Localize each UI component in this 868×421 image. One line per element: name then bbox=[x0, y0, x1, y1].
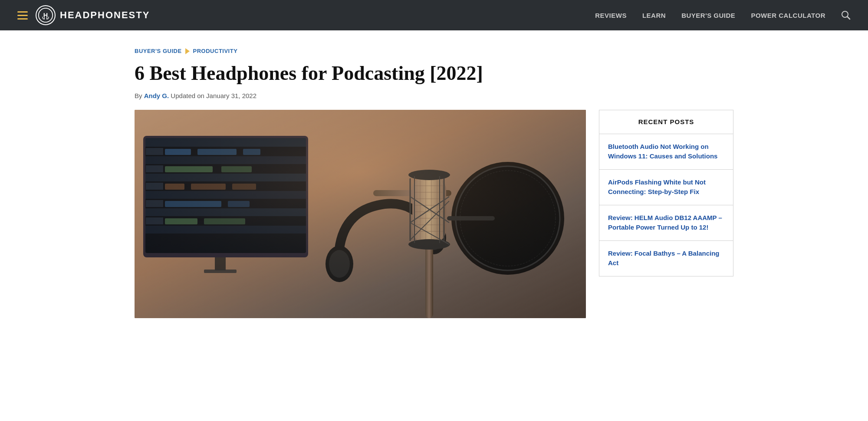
hamburger-menu[interactable] bbox=[17, 11, 28, 20]
nav-learn[interactable]: LEARN bbox=[642, 12, 666, 19]
recent-post-link-2[interactable]: AirPods Flashing White but Not Connectin… bbox=[608, 178, 706, 196]
header-left: H HEADPHONESTY bbox=[17, 5, 150, 25]
recent-post-item-4[interactable]: Review: Focal Bathys – A Balancing Act bbox=[599, 241, 733, 276]
recent-post-item-1[interactable]: Bluetooth Audio Not Working on Windows 1… bbox=[599, 134, 733, 170]
author-prefix: By bbox=[135, 92, 144, 99]
article-title: 6 Best Headphones for Podcasting [2022] bbox=[135, 62, 733, 85]
author-line: By Andy G. Updated on January 31, 2022 bbox=[135, 92, 733, 99]
breadcrumb-current: PRODUCTIVITY bbox=[193, 48, 238, 54]
search-button[interactable] bbox=[841, 10, 851, 20]
logo-text: HEADPHONESTY bbox=[60, 10, 150, 21]
svg-rect-68 bbox=[135, 110, 586, 318]
page-container: BUYER'S GUIDE PRODUCTIVITY 6 Best Headph… bbox=[108, 30, 760, 335]
svg-text:H: H bbox=[43, 12, 48, 19]
author-date: Updated on January 31, 2022 bbox=[169, 92, 256, 99]
recent-post-link-1[interactable]: Bluetooth Audio Not Working on Windows 1… bbox=[608, 143, 717, 160]
search-icon bbox=[841, 10, 851, 20]
content-grid: RECENT POSTS Bluetooth Audio Not Working… bbox=[135, 110, 733, 318]
site-header: H HEADPHONESTY REVIEWS LEARN BUYER'S GUI… bbox=[0, 0, 868, 30]
svg-line-3 bbox=[848, 17, 850, 20]
recent-post-item-3[interactable]: Review: HELM Audio DB12 AAAMP – Portable… bbox=[599, 205, 733, 241]
author-link[interactable]: Andy G. bbox=[144, 92, 169, 99]
nav-buyers-guide[interactable]: BUYER'S GUIDE bbox=[681, 12, 735, 19]
recent-posts-box: RECENT POSTS Bluetooth Audio Not Working… bbox=[599, 110, 733, 276]
recent-post-link-3[interactable]: Review: HELM Audio DB12 AAAMP – Portable… bbox=[608, 214, 722, 231]
recent-post-item-2[interactable]: AirPods Flashing White but Not Connectin… bbox=[599, 170, 733, 205]
site-logo[interactable]: H HEADPHONESTY bbox=[36, 5, 150, 25]
breadcrumb-separator-icon bbox=[185, 48, 190, 54]
hero-image-container bbox=[135, 110, 586, 318]
recent-post-link-4[interactable]: Review: Focal Bathys – A Balancing Act bbox=[608, 250, 719, 267]
hero-image bbox=[135, 110, 586, 318]
recent-posts-title: RECENT POSTS bbox=[638, 118, 694, 125]
sidebar: RECENT POSTS Bluetooth Audio Not Working… bbox=[599, 110, 733, 276]
nav-reviews[interactable]: REVIEWS bbox=[595, 12, 627, 19]
recent-posts-header: RECENT POSTS bbox=[599, 110, 733, 134]
breadcrumb-parent[interactable]: BUYER'S GUIDE bbox=[135, 48, 182, 54]
breadcrumb: BUYER'S GUIDE PRODUCTIVITY bbox=[135, 48, 733, 54]
main-nav: REVIEWS LEARN BUYER'S GUIDE POWER CALCUL… bbox=[595, 10, 851, 20]
logo-circle: H bbox=[36, 5, 56, 25]
nav-power-calculator[interactable]: POWER CALCULATOR bbox=[751, 12, 825, 19]
